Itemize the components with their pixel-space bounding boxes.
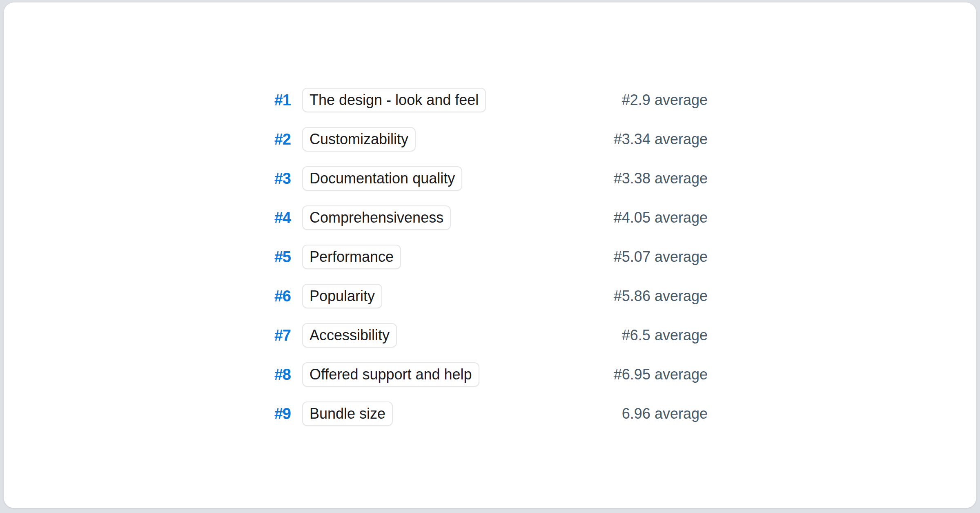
ranking-row: #2 Customizability #3.34 average (261, 120, 708, 159)
choice-box[interactable]: Comprehensiveness (302, 205, 451, 230)
choice-box[interactable]: Offered support and help (302, 362, 479, 387)
choice-box[interactable]: Performance (302, 245, 401, 269)
choice-box[interactable]: Popularity (302, 284, 382, 308)
rank-number: #2 (261, 131, 291, 148)
average-value: #6.5 average (397, 327, 708, 344)
average-value: #4.05 average (451, 209, 708, 226)
choice-box[interactable]: Accessibility (302, 323, 397, 348)
average-value: #3.38 average (462, 170, 708, 187)
average-value: 6.96 average (393, 405, 708, 422)
results-card: #1 The design - look and feel #2.9 avera… (4, 2, 976, 508)
ranking-row: #9 Bundle size 6.96 average (261, 394, 708, 433)
average-value: #2.9 average (486, 91, 708, 109)
choice-box[interactable]: The design - look and feel (302, 88, 486, 112)
rank-number: #8 (261, 366, 291, 384)
rank-number: #9 (261, 405, 291, 423)
choice-box[interactable]: Customizability (302, 127, 416, 152)
ranking-row: #5 Performance #5.07 average (261, 237, 708, 277)
ranking-row: #7 Accessibility #6.5 average (261, 316, 708, 355)
rank-number: #5 (261, 248, 291, 266)
rank-number: #4 (261, 209, 291, 227)
ranking-row: #6 Popularity #5.86 average (261, 277, 708, 316)
ranking-row: #8 Offered support and help #6.95 averag… (261, 355, 708, 394)
average-value: #6.95 average (479, 366, 708, 383)
choice-box[interactable]: Bundle size (302, 401, 393, 426)
average-value: #3.34 average (416, 131, 708, 148)
ranking-row: #4 Comprehensiveness #4.05 average (261, 198, 708, 237)
rank-number: #1 (261, 91, 291, 109)
ranking-row: #3 Documentation quality #3.38 average (261, 159, 708, 198)
ranking-row: #1 The design - look and feel #2.9 avera… (261, 80, 708, 120)
rank-number: #3 (261, 170, 291, 187)
rank-number: #6 (261, 288, 291, 305)
average-value: #5.86 average (382, 288, 708, 305)
ranking-list: #1 The design - look and feel #2.9 avera… (261, 80, 708, 433)
rank-number: #7 (261, 327, 291, 344)
average-value: #5.07 average (401, 248, 708, 265)
choice-box[interactable]: Documentation quality (302, 166, 462, 191)
